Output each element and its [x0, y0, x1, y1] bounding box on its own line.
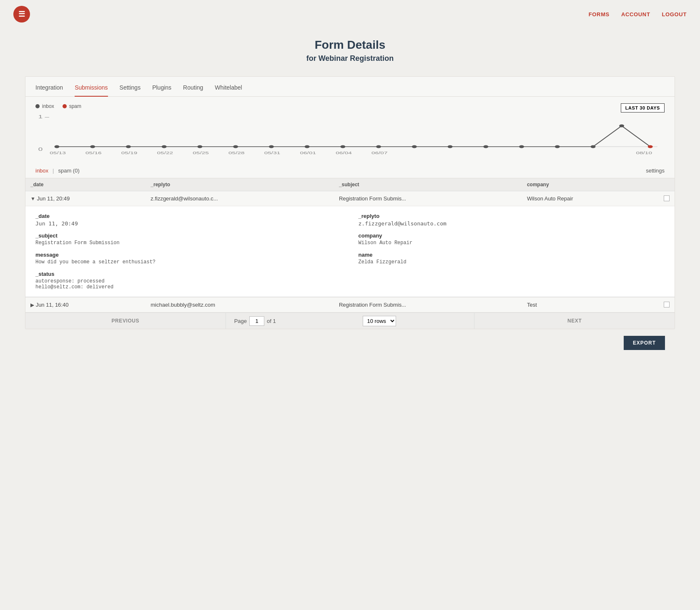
- tab-submissions[interactable]: Submissions: [75, 84, 108, 97]
- page-header: Form Details for Webinar Registration: [0, 38, 700, 63]
- page-subtitle: for Webinar Registration: [0, 54, 700, 63]
- detail-replyto: _replyto z.fizzgerald@wilsonauto.com: [359, 213, 665, 227]
- chart-legend: inbox spam: [35, 103, 665, 109]
- svg-point-16: [519, 145, 524, 148]
- svg-point-13: [412, 145, 417, 148]
- svg-point-6: [162, 145, 167, 148]
- detail-replyto-label: _replyto: [359, 213, 665, 219]
- detail-date-label: _date: [35, 213, 342, 219]
- svg-text:0: 0: [38, 147, 43, 152]
- svg-text:08/10: 08/10: [636, 151, 652, 155]
- tab-integration[interactable]: Integration: [35, 84, 63, 97]
- page-input[interactable]: [249, 316, 264, 326]
- svg-text:05/13: 05/13: [50, 151, 66, 155]
- detail-name: name Zelda Fizzgerald: [359, 252, 665, 265]
- chevron-right-icon[interactable]: ▶: [30, 302, 34, 308]
- inbox-dot: [35, 104, 40, 108]
- nav-logout[interactable]: LOGOUT: [662, 11, 687, 18]
- chevron-down-icon[interactable]: ▼: [30, 196, 35, 202]
- svg-text:06/04: 06/04: [336, 151, 352, 155]
- svg-text:05/31: 05/31: [264, 151, 281, 155]
- detail-status-value: autoresponse: processed hello@seltz.com:…: [35, 278, 665, 290]
- svg-point-10: [305, 145, 310, 148]
- chart-visualization: 1 – 0: [35, 113, 665, 155]
- col-header-company: company: [522, 178, 659, 191]
- logo[interactable]: ☰: [13, 6, 30, 22]
- nav-account[interactable]: ACCOUNT: [621, 11, 650, 18]
- logo-icon: ☰: [18, 10, 25, 18]
- svg-point-18: [591, 145, 596, 148]
- svg-point-14: [448, 145, 453, 148]
- nav-links: FORMS ACCOUNT LOGOUT: [589, 11, 687, 18]
- cell-company-2: Test: [522, 298, 659, 312]
- cell-replyto-1: z.fizzgerald@wilsonauto.c...: [146, 191, 334, 206]
- row-checkbox-2[interactable]: [664, 302, 670, 308]
- last-30-button[interactable]: LAST 30 DAYS: [621, 103, 665, 112]
- svg-point-4: [90, 145, 95, 148]
- detail-subject-value: Registration Form Submission: [35, 240, 342, 246]
- svg-point-9: [269, 145, 274, 148]
- spam-label: spam: [69, 103, 81, 109]
- detail-name-value: Zelda Fizzgerald: [359, 259, 665, 265]
- detail-message-label: message: [35, 252, 342, 258]
- next-button[interactable]: NEXT: [474, 313, 675, 329]
- spam-tab[interactable]: spam (0): [58, 168, 79, 174]
- cell-date-2: ▶ Jun 11, 16:40: [25, 298, 146, 312]
- detail-subject: _subject Registration Form Submission: [35, 232, 342, 246]
- row-checkbox-1[interactable]: [664, 195, 670, 201]
- detail-grid: _date Jun 11, 20:49 _replyto z.fizzgeral…: [35, 213, 665, 290]
- svg-point-17: [555, 145, 560, 148]
- previous-button[interactable]: PREVIOUS: [25, 313, 226, 329]
- cell-subject-1: Registration Form Submis...: [334, 191, 522, 206]
- export-area: EXPORT: [25, 329, 675, 357]
- table-row[interactable]: ▶ Jun 11, 16:40 michael.bubbly@seltz.com…: [25, 298, 675, 312]
- svg-point-19: [619, 125, 624, 128]
- svg-text:1 –: 1 –: [38, 114, 50, 119]
- spam-dot: [63, 104, 67, 108]
- rows-select[interactable]: 10 rows 25 rows 50 rows: [363, 316, 396, 326]
- cell-date-1: ▼ Jun 11, 20:49: [25, 191, 146, 206]
- tab-plugins[interactable]: Plugins: [152, 84, 171, 97]
- cell-subject-2: Registration Form Submis...: [334, 298, 522, 312]
- tab-whitelabel[interactable]: Whitelabel: [215, 84, 242, 97]
- detail-status: _status autoresponse: processed hello@se…: [35, 271, 665, 290]
- inbox-tab[interactable]: inbox: [35, 168, 48, 174]
- cell-replyto-2: michael.bubbly@seltz.com: [146, 298, 334, 312]
- svg-text:05/25: 05/25: [193, 151, 209, 155]
- detail-status-label: _status: [35, 271, 665, 277]
- col-header-subject: _subject: [334, 178, 522, 191]
- svg-point-8: [233, 145, 238, 148]
- detail-date: _date Jun 11, 20:49: [35, 213, 342, 227]
- detail-subject-label: _subject: [35, 232, 342, 239]
- svg-text:05/28: 05/28: [228, 151, 245, 155]
- tab-routing[interactable]: Routing: [183, 84, 203, 97]
- svg-point-15: [483, 145, 488, 148]
- of-label: of 1: [267, 318, 276, 324]
- settings-link[interactable]: settings: [646, 168, 665, 174]
- inbox-label: inbox: [42, 103, 54, 109]
- cell-company-1: Wilson Auto Repair: [522, 191, 659, 206]
- legend-inbox: inbox: [35, 103, 54, 109]
- rows-select-wrap: 10 rows 25 rows 50 rows: [284, 316, 474, 326]
- svg-point-5: [126, 145, 131, 148]
- svg-text:06/07: 06/07: [371, 151, 388, 155]
- pagination-info: Page of 1: [226, 316, 284, 326]
- tab-divider: |: [53, 168, 54, 174]
- legend-spam: spam: [63, 103, 81, 109]
- chart-area: inbox spam LAST 30 DAYS 1 – 0: [25, 97, 675, 163]
- tab-settings[interactable]: Settings: [120, 84, 141, 97]
- inbox-spam-tabs: inbox | spam (0) settings: [25, 163, 675, 178]
- nav-forms[interactable]: FORMS: [589, 11, 610, 18]
- svg-point-3: [54, 145, 59, 148]
- detail-date-value: Jun 11, 20:49: [35, 220, 342, 227]
- detail-replyto-value: z.fizzgerald@wilsonauto.com: [359, 220, 665, 227]
- tab-bar: Integration Submissions Settings Plugins…: [25, 77, 675, 97]
- svg-point-7: [197, 145, 202, 148]
- submissions-table: _date _replyto _subject company ▼ Jun 11…: [25, 178, 675, 312]
- cell-checkbox-2: [659, 298, 675, 312]
- main-card: Integration Submissions Settings Plugins…: [25, 76, 675, 329]
- export-button[interactable]: EXPORT: [624, 336, 665, 350]
- table-row[interactable]: ▼ Jun 11, 20:49 z.fizzgerald@wilsonauto.…: [25, 191, 675, 206]
- detail-message: message How did you become a seltzer ent…: [35, 252, 342, 265]
- expanded-detail-row: _date Jun 11, 20:49 _replyto z.fizzgeral…: [25, 206, 675, 298]
